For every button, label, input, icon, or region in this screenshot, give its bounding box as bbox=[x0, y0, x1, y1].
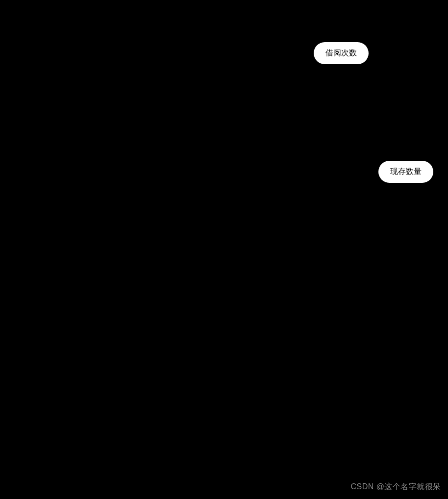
watermark-text: CSDN @这个名字就很呆 bbox=[350, 482, 441, 492]
node-stock-count: 现存数量 bbox=[378, 161, 433, 183]
node-borrow-count: 借阅次数 bbox=[314, 42, 369, 64]
